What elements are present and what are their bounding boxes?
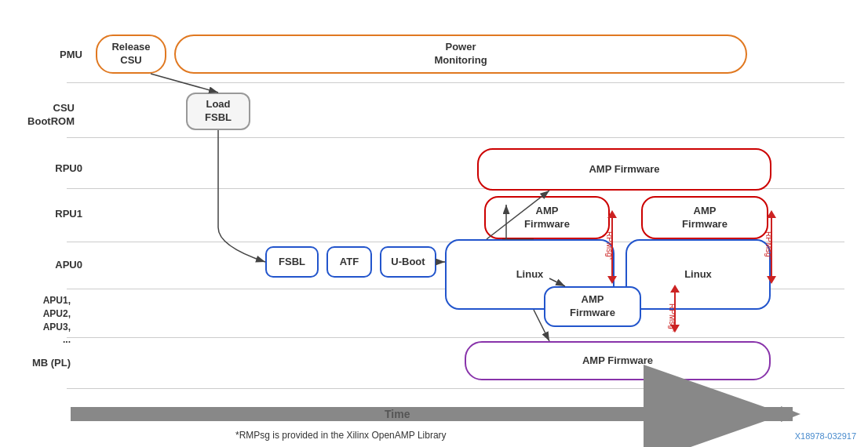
amp-firmware-apu1: AMPFirmware [544, 286, 641, 327]
label-pmu: PMU [27, 49, 82, 60]
row-line-apu1 [67, 337, 844, 338]
rpmsg-label-3: RPMsg* [668, 303, 677, 333]
label-mb: MB (PL) [16, 357, 71, 369]
time-label: Time [385, 408, 410, 420]
label-apu0: APU0 [27, 259, 82, 271]
power-monitoring-box: PowerMonitoring [174, 35, 747, 74]
row-line-mb [67, 388, 844, 389]
release-csu-box: ReleaseCSU [96, 35, 166, 74]
uboot-box: U-Boot [380, 246, 436, 278]
fsbl-box: FSBL [265, 246, 319, 278]
linux-apu0-right: Linux [625, 239, 771, 310]
diagram: PMU CSUBootROM RPU0 RPU1 APU0 APU1,APU2,… [0, 0, 868, 447]
load-fsbl-box: LoadFSBL [186, 93, 250, 130]
atf-box: ATF [326, 246, 372, 278]
amp-firmware-rpu0: AMP Firmware [477, 148, 771, 191]
amp-firmware-mb: AMP Firmware [465, 341, 771, 380]
watermark: X18978-032917 [795, 431, 856, 441]
label-csu: CSUBootROM [20, 102, 75, 129]
label-rpu0: RPU0 [27, 162, 82, 174]
rpmsg-label-1: RPMsg* [605, 231, 614, 260]
footnote-text: *RMPsg is provided in the Xilinx OpenAMP… [235, 430, 447, 441]
label-apu1: APU1,APU2,APU3,... [16, 294, 71, 347]
svg-line-6 [151, 74, 218, 93]
amp-firmware-rpu1-right: AMPFirmware [641, 196, 768, 239]
row-line-csu [67, 137, 844, 138]
rpmsg-label-2: RPMsg* [764, 231, 773, 260]
row-line-pmu [67, 82, 844, 83]
label-rpu1: RPU1 [27, 208, 82, 220]
svg-marker-24 [781, 406, 801, 422]
amp-firmware-rpu1-left: AMPFirmware [484, 196, 610, 239]
